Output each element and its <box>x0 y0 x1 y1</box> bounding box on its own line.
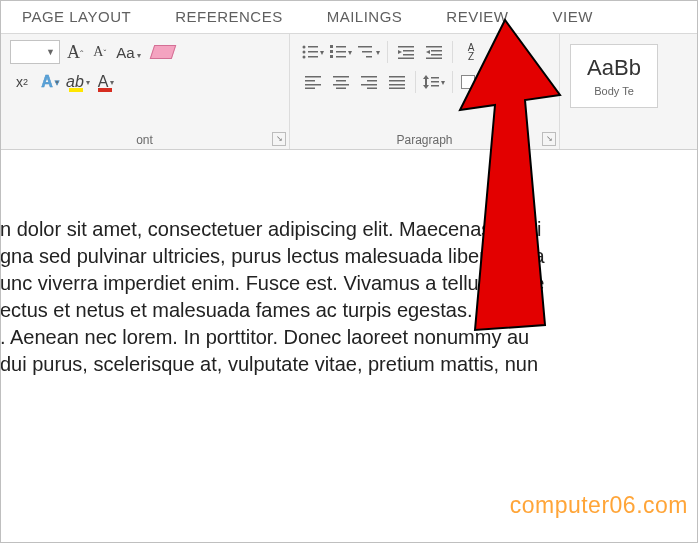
svg-point-0 <box>303 46 306 49</box>
svg-rect-10 <box>330 55 333 58</box>
svg-rect-26 <box>305 80 315 82</box>
svg-rect-29 <box>333 76 349 78</box>
line-spacing-button[interactable]: ▾ <box>421 70 447 94</box>
sort-button[interactable]: AZ <box>458 40 484 64</box>
svg-rect-45 <box>431 81 439 83</box>
svg-rect-16 <box>403 50 414 52</box>
borders-button[interactable]: ▾ <box>486 70 512 94</box>
separator <box>415 71 416 93</box>
svg-marker-22 <box>426 50 430 54</box>
svg-marker-17 <box>398 50 402 54</box>
font-color-button[interactable]: A ▾ <box>94 70 118 94</box>
svg-rect-7 <box>336 46 346 48</box>
clear-formatting-icon[interactable] <box>149 45 176 59</box>
tab-references[interactable]: REFERENCES <box>153 8 305 25</box>
svg-rect-31 <box>333 84 349 86</box>
document-body-text[interactable]: n dolor sit amet, consectetuer adipiscin… <box>0 216 698 378</box>
svg-rect-13 <box>362 51 372 53</box>
paragraph-dialog-launcher[interactable]: ↘ <box>542 132 556 146</box>
highlight-button[interactable]: ab ▾ <box>66 70 90 94</box>
change-case-button[interactable]: Aa▾ <box>113 44 143 61</box>
svg-marker-41 <box>423 75 429 79</box>
svg-rect-46 <box>431 85 439 87</box>
align-left-button[interactable] <box>300 70 326 94</box>
ribbon-tabs: PAGE LAYOUT REFERENCES MAILINGS REVIEW V… <box>0 0 698 34</box>
svg-rect-8 <box>330 50 333 53</box>
svg-rect-28 <box>305 88 315 90</box>
align-right-button[interactable] <box>356 70 382 94</box>
svg-rect-21 <box>431 50 442 52</box>
svg-rect-30 <box>336 80 346 82</box>
document-area: n dolor sit amet, consectetuer adipiscin… <box>0 150 698 378</box>
svg-rect-40 <box>389 88 405 90</box>
svg-rect-5 <box>308 56 318 58</box>
grow-font-button[interactable]: Aˆ <box>64 42 86 63</box>
svg-rect-27 <box>305 84 321 86</box>
justify-button[interactable] <box>384 70 410 94</box>
font-group-label: ont <box>0 133 289 147</box>
svg-marker-43 <box>423 85 429 89</box>
svg-point-2 <box>303 51 306 54</box>
style-preview: AaBb <box>587 55 641 81</box>
style-name: Body Te <box>594 85 634 97</box>
text-effects-button[interactable]: A▾ <box>38 70 62 94</box>
svg-rect-35 <box>361 84 377 86</box>
svg-rect-32 <box>336 88 346 90</box>
svg-rect-23 <box>431 54 442 56</box>
separator <box>452 71 453 93</box>
svg-rect-38 <box>389 80 405 82</box>
svg-rect-11 <box>336 56 346 58</box>
subscript-button[interactable]: x2 <box>10 70 34 94</box>
svg-rect-3 <box>308 51 318 53</box>
svg-rect-1 <box>308 46 318 48</box>
chevron-down-icon: ▼ <box>46 47 55 57</box>
shrink-font-button[interactable]: Aˇ <box>90 44 109 60</box>
numbering-button[interactable]: ▾ <box>328 40 354 64</box>
style-body-text[interactable]: AaBb Body Te <box>570 44 658 108</box>
svg-rect-36 <box>367 88 377 90</box>
decrease-indent-button[interactable] <box>393 40 419 64</box>
svg-rect-19 <box>398 58 414 60</box>
watermark-text: computer06.com <box>510 492 688 519</box>
ribbon: ▼ Aˆ Aˇ Aa▾ x2 A▾ ab ▾ <box>0 34 698 150</box>
multilevel-list-button[interactable]: ▾ <box>356 40 382 64</box>
font-group: ▼ Aˆ Aˇ Aa▾ x2 A▾ ab ▾ <box>0 34 290 149</box>
increase-indent-button[interactable] <box>421 40 447 64</box>
svg-rect-12 <box>358 46 372 48</box>
tab-mailings[interactable]: MAILINGS <box>305 8 425 25</box>
svg-rect-25 <box>305 76 321 78</box>
svg-rect-15 <box>398 46 414 48</box>
font-size-select[interactable]: ▼ <box>10 40 60 64</box>
svg-rect-9 <box>336 51 346 53</box>
separator <box>387 41 388 63</box>
svg-rect-42 <box>425 79 427 85</box>
svg-point-4 <box>303 56 306 59</box>
svg-rect-44 <box>431 77 439 79</box>
styles-group: AaBb Body Te <box>560 34 698 149</box>
svg-rect-24 <box>426 58 442 60</box>
paragraph-group-label: Paragraph <box>290 133 559 147</box>
svg-rect-37 <box>389 76 405 78</box>
shading-button[interactable]: ▾ <box>458 70 484 94</box>
tab-page-layout[interactable]: PAGE LAYOUT <box>0 8 153 25</box>
svg-rect-18 <box>403 54 414 56</box>
font-dialog-launcher[interactable]: ↘ <box>272 132 286 146</box>
show-hide-button[interactable]: ¶ <box>486 40 512 64</box>
svg-rect-20 <box>426 46 442 48</box>
svg-rect-6 <box>330 45 333 48</box>
svg-rect-34 <box>367 80 377 82</box>
svg-rect-33 <box>361 76 377 78</box>
align-center-button[interactable] <box>328 70 354 94</box>
tab-review[interactable]: REVIEW <box>424 8 530 25</box>
separator <box>452 41 453 63</box>
svg-rect-39 <box>389 84 405 86</box>
svg-rect-14 <box>366 56 372 58</box>
bullets-button[interactable]: ▾ <box>300 40 326 64</box>
paragraph-group: ▾ ▾ ▾ AZ ¶ <box>290 34 560 149</box>
tab-view[interactable]: VIEW <box>531 8 615 25</box>
